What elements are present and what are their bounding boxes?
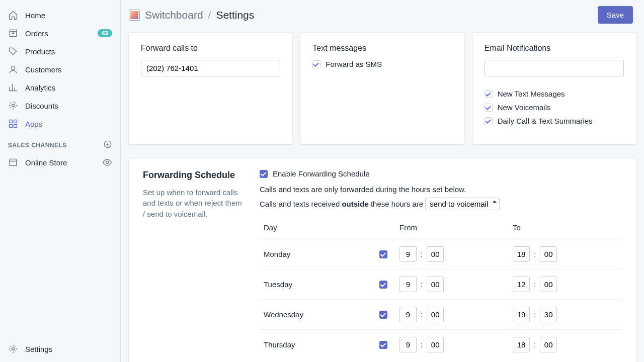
day-enabled-checkbox[interactable]	[379, 281, 387, 289]
nav-online-store[interactable]: Online Store	[0, 153, 120, 171]
panel-forwarding-schedule: Forwarding Schedule Set up when to forwa…	[129, 158, 636, 362]
home-icon	[8, 10, 18, 20]
to-hour-input[interactable]	[513, 307, 530, 322]
card-title: Forward calls to	[141, 44, 280, 53]
panel-body: Enable Forwarding Schedule Calls and tex…	[255, 158, 636, 362]
nav-label: Settings	[25, 345, 52, 353]
day-cell: Tuesday	[260, 269, 375, 300]
nav-label: Orders	[25, 29, 48, 38]
notify-new-voicemails-checkbox[interactable]	[485, 104, 493, 112]
svg-rect-5	[14, 125, 17, 128]
nav-analytics[interactable]: Analytics	[0, 78, 120, 97]
from-hour-input[interactable]	[399, 307, 417, 322]
from-hour-input[interactable]	[399, 337, 417, 352]
checkbox-label: New Voicemails	[498, 103, 551, 112]
enable-schedule-checkbox[interactable]	[260, 170, 268, 178]
to-time: :	[513, 277, 618, 292]
to-min-input[interactable]	[540, 307, 557, 322]
view-store-icon[interactable]	[102, 157, 112, 167]
from-hour-input[interactable]	[399, 277, 417, 292]
card-title: Text messages	[312, 44, 452, 53]
analytics-icon	[8, 82, 18, 93]
from-hour-input[interactable]	[399, 246, 417, 262]
panel-heading: Forwarding Schedule	[143, 169, 244, 181]
to-min-input[interactable]	[540, 246, 557, 262]
nav-home[interactable]: Home	[0, 6, 120, 24]
panel-desc: Set up when to forward calls and texts o…	[143, 187, 244, 220]
from-min-input[interactable]	[427, 246, 444, 262]
nav-label: Apps	[25, 120, 42, 128]
section-label: SALES CHANNELS	[8, 142, 67, 149]
orders-icon	[8, 28, 18, 38]
from-min-input[interactable]	[427, 277, 444, 292]
breadcrumb-app[interactable]: Switchboard	[145, 9, 203, 21]
tag-icon	[8, 46, 18, 56]
nav-customers[interactable]: Customers	[0, 60, 120, 78]
gear-icon	[8, 101, 18, 111]
main: Switchboard / Settings Save Forward call…	[121, 0, 644, 362]
from-time: :	[399, 307, 505, 322]
to-hour-input[interactable]	[513, 277, 530, 292]
day-enabled-checkbox[interactable]	[379, 311, 387, 319]
from-min-input[interactable]	[427, 337, 444, 352]
nav-section-sales-channels: SALES CHANNELS	[0, 133, 120, 153]
to-hour-input[interactable]	[513, 246, 530, 262]
person-icon	[8, 64, 18, 74]
outside-hours-select[interactable]: send to voicemail	[425, 198, 500, 210]
card-email-notifications: Email Notifications New Text Messages Ne…	[472, 33, 636, 144]
schedule-row: Wednesday : :	[260, 300, 622, 330]
nav-label: Online Store	[25, 158, 67, 167]
day-cell: Monday	[260, 239, 375, 269]
forward-sms-checkbox[interactable]	[312, 60, 320, 68]
day-enabled-checkbox[interactable]	[379, 341, 387, 349]
svg-rect-2	[10, 120, 13, 123]
th-day: Day	[260, 218, 375, 239]
nav-orders[interactable]: Orders 43	[0, 24, 120, 42]
notify-new-texts-checkbox[interactable]	[485, 90, 493, 98]
orders-badge: 43	[98, 29, 112, 37]
day-cell: Thursday	[260, 330, 375, 360]
day-cell: Wednesday	[260, 300, 375, 330]
from-time: :	[399, 337, 505, 352]
card-forward-calls: Forward calls to	[129, 33, 292, 144]
from-time: :	[399, 246, 505, 262]
nav-apps[interactable]: Apps	[0, 115, 120, 133]
breadcrumb-page: Settings	[216, 9, 254, 21]
to-min-input[interactable]	[540, 277, 557, 292]
to-time: :	[513, 307, 618, 322]
schedule-row: Tuesday : :	[260, 269, 622, 300]
notify-daily-summary-checkbox[interactable]	[485, 117, 493, 125]
breadcrumb-sep: /	[208, 9, 211, 21]
add-channel-icon[interactable]	[103, 140, 112, 150]
to-hour-input[interactable]	[513, 337, 530, 352]
svg-rect-3	[14, 120, 17, 123]
to-time: :	[513, 246, 618, 262]
svg-point-0	[12, 66, 15, 69]
from-min-input[interactable]	[427, 307, 444, 322]
settings-icon	[8, 344, 18, 354]
nav-settings[interactable]: Settings	[0, 340, 120, 358]
forward-number-input[interactable]	[141, 60, 280, 76]
email-input[interactable]	[485, 60, 624, 76]
checkbox-label: Forward as SMS	[326, 60, 382, 68]
day-enabled-checkbox[interactable]	[379, 250, 387, 258]
breadcrumb: Switchboard / Settings	[145, 9, 254, 21]
nav-discounts[interactable]: Discounts	[0, 97, 120, 115]
nav-label: Products	[25, 47, 55, 56]
svg-rect-4	[10, 125, 13, 128]
schedule-help-1: Calls and texts are only forwarded durin…	[260, 185, 622, 194]
svg-point-8	[12, 348, 15, 350]
svg-point-1	[12, 105, 15, 107]
save-button[interactable]: Save	[598, 6, 633, 24]
checkbox-label: Enable Forwarding Schedule	[273, 169, 370, 178]
th-from: From	[395, 218, 509, 239]
from-time: :	[399, 277, 505, 292]
card-title: Email Notifications	[485, 44, 624, 53]
nav-products[interactable]: Products	[0, 42, 120, 60]
topbar: Switchboard / Settings Save	[121, 0, 644, 30]
to-time: :	[513, 337, 618, 352]
checkbox-label: New Text Messages	[498, 89, 565, 98]
app-logo-icon	[129, 10, 140, 21]
to-min-input[interactable]	[540, 337, 557, 352]
svg-point-7	[106, 161, 109, 164]
